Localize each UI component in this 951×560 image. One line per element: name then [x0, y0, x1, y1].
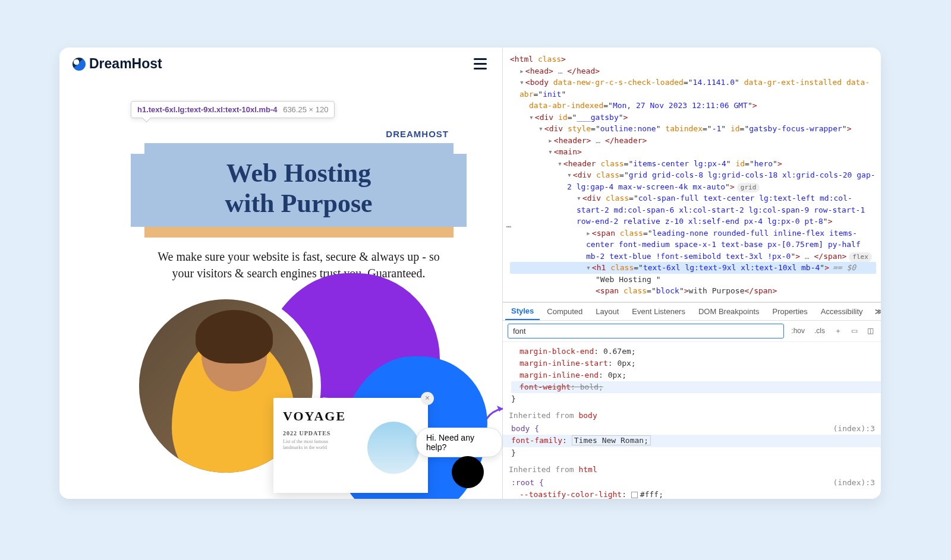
hov-toggle[interactable]: :hov — [789, 325, 807, 336]
logo[interactable]: DreamHost — [73, 56, 162, 72]
element-inspect-tooltip: h1.text-6xl.lg:text-9xl.xl:text-10xl.mb-… — [131, 101, 335, 118]
inherited-from-body: Inherited from body — [509, 410, 875, 422]
dom-node[interactable]: ▾<div style="outline:none" tabindex="-1"… — [510, 123, 876, 135]
panel-layout-icon[interactable]: ◫ — [865, 325, 876, 336]
subtab-layout[interactable]: Layout — [590, 303, 625, 319]
subtab-overflow-icon[interactable]: ≫ — [870, 305, 881, 318]
dom-node[interactable]: ▾<main> — [510, 146, 876, 158]
hero-headline: Web Hosting with Purpose — [131, 154, 467, 227]
dom-text-node[interactable]: "Web Hosting " — [510, 274, 876, 286]
styles-filter-input[interactable] — [508, 324, 784, 338]
styles-filter-row: :hov .cls ＋ ▭ ◫ — [503, 321, 881, 342]
tooltip-selector: h1.text-6xl.lg:text-9xl.xl:text-10xl.mb-… — [137, 105, 278, 114]
dom-row-menu-icon[interactable]: ⋯ — [506, 221, 512, 233]
chat-prompt-bubble[interactable]: Hi. Need any help? — [416, 428, 502, 457]
subtab-event-listeners[interactable]: Event Listeners — [626, 303, 691, 319]
logo-text: DreamHost — [89, 56, 162, 72]
hero-section: DREAMHOST Web Hosting with Purpose We ma… — [131, 143, 467, 281]
subtab-properties[interactable]: Properties — [767, 303, 814, 319]
dom-node[interactable]: ▸<head> … </head> — [510, 65, 876, 77]
hamburger-menu-icon[interactable] — [471, 56, 489, 72]
card-photo — [367, 422, 420, 474]
elements-dom-tree[interactable]: ⋯ <html class> ▸<head> … </head> ▾<body … — [503, 48, 881, 302]
browser-devtools-window: DreamHost h1.text-6xl.lg:text-9xl.xl:tex… — [59, 48, 881, 499]
dom-node-selected[interactable]: ▾<h1 class="text-6xl lg:text-9xl xl:text… — [510, 262, 876, 274]
dom-node[interactable]: ▸<span class="leading-none rounded-full … — [510, 227, 876, 262]
devtools-pane: ⋯ <html class> ▸<head> … </head> ▾<body … — [502, 48, 881, 499]
font-family-rule[interactable]: font-family: Times New Roman; — [503, 435, 881, 447]
logo-icon — [73, 58, 86, 71]
site-header: DreamHost — [59, 48, 502, 72]
dom-node[interactable]: <span class="block">with Purpose</span> — [510, 285, 876, 297]
subtab-computed[interactable]: Computed — [541, 303, 588, 319]
subtab-styles[interactable]: Styles — [505, 303, 540, 320]
dom-node[interactable]: ▾<body data-new-gr-c-s-check-loaded="14.… — [510, 77, 876, 112]
rendered-page-pane: DreamHost h1.text-6xl.lg:text-9xl.xl:tex… — [59, 48, 502, 499]
dom-node[interactable]: ▾<header class="items-center lg:px-4" id… — [510, 158, 876, 170]
sample-site-card: VOYAGE 2022 UPDATES List of the most fam… — [273, 398, 428, 493]
tooltip-dimensions: 636.25 × 120 — [283, 105, 328, 114]
chat-launcher-button[interactable] — [452, 456, 484, 488]
card-close-icon[interactable]: × — [421, 392, 434, 405]
dom-node[interactable]: <html class> — [510, 53, 876, 65]
card-description: List of the most famous landmarks in the… — [283, 439, 348, 451]
device-toolbar-icon[interactable]: ▭ — [849, 325, 860, 336]
subtab-dom-breakpoints[interactable]: DOM Breakpoints — [692, 303, 766, 319]
subtab-accessibility[interactable]: Accessibility — [815, 303, 869, 319]
cls-toggle[interactable]: .cls — [812, 325, 827, 336]
dom-node[interactable]: ▾<div id="___gatsby"> — [510, 112, 876, 124]
hero-eyebrow: DREAMHOST — [386, 129, 449, 139]
dom-node[interactable]: ▾<div class="grid grid-cols-8 lg:grid-co… — [510, 169, 876, 192]
inherited-from-html: Inherited from html — [509, 464, 875, 476]
new-style-rule-icon[interactable]: ＋ — [832, 325, 844, 337]
styles-subtab-bar: Styles Computed Layout Event Listeners D… — [503, 303, 881, 321]
styles-panel[interactable]: margin-block-end: 0.67em; margin-inline-… — [503, 342, 881, 499]
dom-node[interactable]: ▾<div class="col-span-full text-center l… — [510, 192, 876, 227]
dom-node[interactable]: ▸<header> … </header> — [510, 135, 876, 147]
hero-subtitle: We make sure your website is fast, secur… — [155, 248, 443, 281]
